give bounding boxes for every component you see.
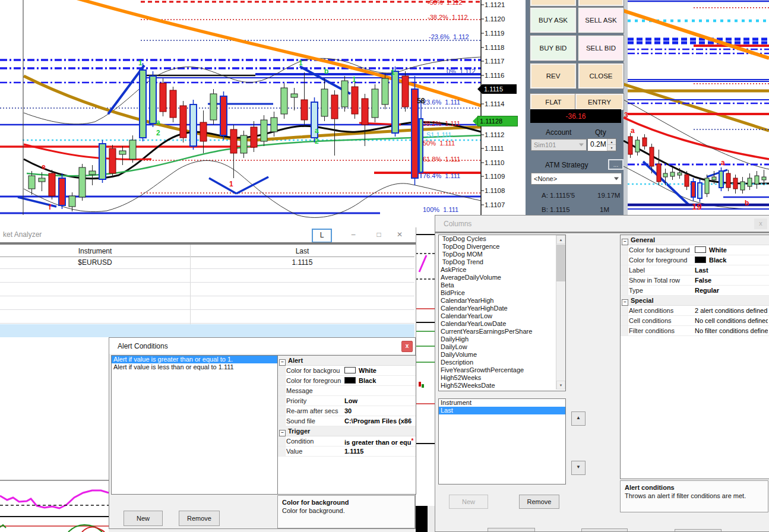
list-item[interactable]: Last [439, 407, 565, 414]
property-row[interactable]: Re-arm after secs 30* [278, 406, 416, 416]
maximize-button[interactable]: □ [373, 230, 385, 240]
flat-button[interactable]: FLAT [530, 94, 577, 110]
row-gutter [621, 306, 628, 315]
column-header-last[interactable]: Last [190, 247, 414, 255]
alert-conditions-dialog: Alert Conditions x Alert if value is gre… [109, 337, 416, 529]
link-button[interactable]: L [312, 229, 332, 243]
stepper-arrows[interactable]: ▲ ▼ [607, 139, 616, 151]
property-group-special[interactable]: −Special [621, 296, 769, 306]
buy-bid-button[interactable]: BUY BID [530, 36, 576, 61]
property-row[interactable]: Priority Low* [278, 396, 416, 406]
list-item[interactable]: Instrument [439, 399, 565, 407]
sell-bid-button[interactable]: SELL BID [578, 36, 624, 61]
window-titlebar[interactable]: ket Analyzer L – □ ✕ [0, 227, 416, 242]
partial-button[interactable] [530, 0, 576, 6]
row-gutter [621, 276, 628, 285]
list-item[interactable]: DailyLow [439, 343, 565, 351]
list-item[interactable]: CalendarYearHigh [439, 297, 565, 305]
list-item[interactable]: TopDog Cycles [439, 235, 565, 243]
trading-workspace: 1.11211.11201.11191.11181.11171.11161.11… [0, 0, 769, 532]
partial-button[interactable] [675, 529, 721, 532]
move-up-button[interactable]: ▲ [571, 411, 586, 426]
list-item[interactable]: High52WeeksDate [439, 382, 565, 390]
dialog-titlebar[interactable]: Columns x [435, 216, 769, 232]
list-item[interactable]: TopDog Trend [439, 258, 565, 266]
row-gutter [278, 376, 286, 385]
collapse-icon[interactable]: − [622, 239, 628, 245]
selected-empty-row[interactable] [0, 324, 414, 337]
scroll-up-icon[interactable]: ▲ [556, 235, 565, 244]
columns-dialog: Columns x TopDog Cycles TopDog Divergenc… [435, 215, 769, 532]
collapse-icon[interactable]: − [622, 299, 628, 306]
remove-alert-button[interactable]: Remove [179, 511, 220, 526]
scroll-thumb[interactable] [556, 245, 565, 281]
scroll-down-icon[interactable]: ▼ [556, 381, 565, 390]
property-row[interactable]: Color for background White [621, 245, 769, 255]
list-item[interactable]: CalendarYearLowDate [439, 320, 565, 328]
list-item[interactable]: Description [439, 359, 565, 366]
list-item[interactable]: High52Weeks [439, 374, 565, 382]
partial-button[interactable] [578, 0, 624, 6]
new-column-button[interactable]: New [449, 495, 488, 509]
property-row[interactable]: Cell conditions No cell conditions defin… [621, 316, 769, 326]
list-item[interactable]: AskPrice [439, 266, 565, 274]
buy-ask-button[interactable]: BUY ASK [530, 8, 576, 33]
quantity-stepper[interactable]: 0.2M ▲ ▼ [587, 138, 616, 151]
pnl-display: -36.16 [530, 109, 621, 123]
atm-strategy-select[interactable]: <None> [531, 173, 622, 185]
close-icon[interactable]: x [754, 218, 767, 229]
column-header-instrument[interactable]: Instrument [0, 247, 190, 255]
property-row[interactable]: Filter conditions No filter conditions d… [621, 326, 769, 336]
sell-ask-button[interactable]: SELL ASK [578, 8, 624, 33]
property-row[interactable]: Label Last [621, 265, 769, 276]
list-item[interactable]: CalendarYearHighDate [439, 305, 565, 312]
property-row[interactable]: Alert conditions 2 alert conditions defi… [621, 306, 769, 316]
list-item[interactable]: FiveYearsGrowthPercentage [439, 366, 565, 374]
list-item[interactable]: Beta [439, 281, 565, 289]
new-alert-button[interactable]: New [124, 511, 163, 526]
property-group-alert[interactable]: −Alert [278, 356, 416, 366]
dialog-divider [435, 232, 769, 234]
list-item[interactable]: CalendarYearLow [439, 312, 565, 320]
reverse-button[interactable]: REV [530, 64, 576, 88]
table-cell-last[interactable]: 1.1115 [190, 258, 414, 267]
partial-button[interactable] [581, 528, 628, 532]
property-row[interactable]: Color for foregroun Black* [278, 376, 416, 386]
close-position-button[interactable]: CLOSE [578, 64, 624, 88]
property-group-trigger[interactable]: −Trigger [278, 426, 416, 436]
property-row[interactable]: Show in Total row False [621, 276, 769, 286]
minimize-button[interactable]: – [347, 230, 359, 240]
scrollbar[interactable]: ▲ ▼ [556, 235, 565, 390]
property-row[interactable]: Type Regular [621, 286, 769, 296]
property-row[interactable]: Condition is greater than or equ* [278, 436, 416, 446]
list-item[interactable]: BidPrice [439, 289, 565, 297]
list-item[interactable]: DailyHigh [439, 335, 565, 343]
remove-column-button[interactable]: Remove [519, 495, 559, 509]
collapse-icon[interactable]: − [279, 359, 286, 366]
property-group-general[interactable]: −General [621, 235, 769, 245]
list-item[interactable]: TopDog Divergence [439, 243, 565, 251]
move-down-button[interactable]: ▼ [571, 461, 586, 475]
property-description: Color for background Color for backgroun… [277, 495, 415, 528]
property-row[interactable]: Sound file C:\Program Files (x86* [278, 416, 416, 426]
available-columns-list[interactable]: TopDog Cycles TopDog Divergence TopDog M… [438, 235, 566, 391]
account-select[interactable]: Sim101 [531, 139, 587, 151]
window-title: ket Analyzer [3, 230, 42, 239]
table-cell-instrument[interactable]: $EURUSD [0, 258, 190, 267]
list-item[interactable]: AverageDailyVolume [439, 274, 565, 281]
property-row[interactable]: Color for foreground Black [621, 255, 769, 265]
close-button[interactable]: ✕ [394, 230, 406, 240]
property-row[interactable]: Message * [278, 386, 416, 396]
atm-more-button[interactable]: ... [608, 159, 624, 170]
list-item[interactable]: CurrentYearsEarningsPerShare [439, 328, 565, 335]
selected-columns-list[interactable]: InstrumentLast [438, 398, 566, 484]
property-row[interactable]: Color for backgrou White* [278, 366, 416, 376]
entry-button[interactable]: ENTRY [575, 94, 624, 110]
partial-button[interactable] [488, 528, 535, 532]
dialog-titlebar[interactable]: Alert Conditions x [109, 338, 415, 354]
list-item[interactable]: TopDog MOM [439, 251, 565, 258]
list-item[interactable]: DailyVolume [439, 351, 565, 359]
close-icon[interactable]: x [401, 341, 413, 352]
collapse-icon[interactable]: − [279, 430, 286, 436]
property-row[interactable]: Value 1.1115* [278, 446, 416, 457]
